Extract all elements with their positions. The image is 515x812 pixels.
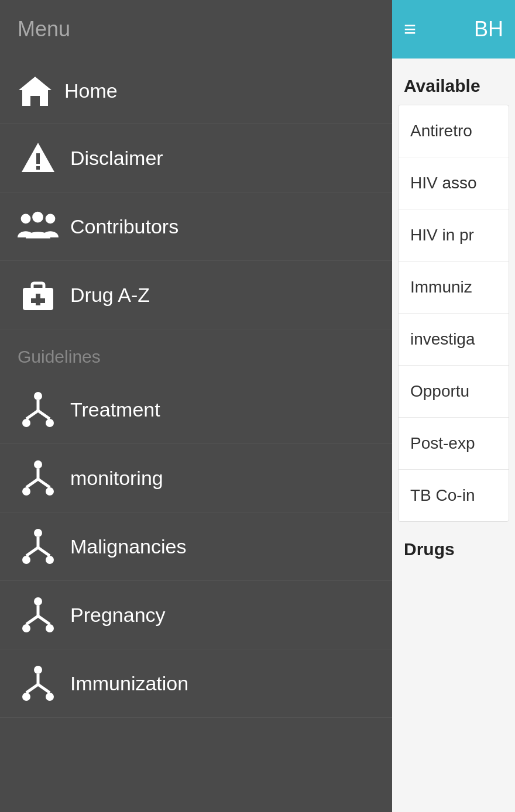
svg-point-20: [46, 487, 54, 496]
contributors-icon: [18, 209, 59, 244]
list-item[interactable]: HIV in pr: [399, 209, 509, 262]
svg-point-18: [34, 460, 42, 469]
fork-icon-monitoring: [18, 460, 59, 496]
svg-point-6: [32, 212, 43, 223]
svg-line-22: [26, 479, 38, 487]
svg-point-12: [34, 392, 42, 400]
svg-point-32: [46, 624, 54, 632]
svg-point-7: [46, 214, 56, 224]
svg-point-24: [34, 529, 42, 537]
app-title: BH: [474, 17, 503, 42]
svg-point-14: [46, 419, 54, 427]
fork-icon-treatment: [18, 392, 59, 427]
svg-line-17: [38, 411, 50, 419]
list-item[interactable]: TB Co-in: [399, 470, 509, 521]
svg-point-26: [46, 556, 54, 564]
sidebar: Home Disclaimer: [0, 59, 392, 812]
hamburger-icon[interactable]: ≡: [404, 19, 416, 40]
available-title: Available: [392, 70, 515, 105]
sidebar-label-malignancies: Malignancies: [70, 535, 186, 558]
drugs-title: Drugs: [392, 534, 515, 568]
sidebar-item-disclaimer[interactable]: Disclaimer: [0, 124, 392, 192]
sidebar-item-pregnancy[interactable]: Pregnancy: [0, 581, 392, 649]
svg-line-23: [38, 479, 50, 487]
list-item[interactable]: Antiretro: [399, 105, 509, 157]
svg-line-34: [26, 616, 38, 624]
svg-rect-4: [36, 166, 40, 170]
sidebar-label-monitoring: monitoring: [70, 467, 163, 490]
list-item[interactable]: HIV asso: [399, 157, 509, 209]
list-item[interactable]: Opportu: [399, 366, 509, 418]
sidebar-item-immunization[interactable]: Immunization: [0, 649, 392, 718]
svg-point-13: [22, 419, 30, 427]
sidebar-label-home: Home: [64, 80, 118, 102]
sidebar-label-disclaimer: Disclaimer: [70, 147, 163, 170]
list-item[interactable]: investiga: [399, 314, 509, 366]
svg-point-19: [22, 487, 30, 496]
list-item[interactable]: Immuniz: [399, 262, 509, 314]
sidebar-label-pregnancy: Pregnancy: [70, 604, 166, 627]
fork-icon-pregnancy: [18, 597, 59, 632]
fork-icon-immunization: [18, 666, 59, 701]
svg-line-35: [38, 616, 50, 624]
list-item[interactable]: Post-exp: [399, 418, 509, 470]
svg-point-5: [21, 214, 31, 224]
menu-title: Menu: [18, 17, 70, 42]
sidebar-item-home[interactable]: Home: [0, 59, 392, 124]
svg-line-40: [26, 684, 38, 693]
svg-rect-11: [31, 298, 45, 303]
sidebar-item-treatment[interactable]: Treatment: [0, 376, 392, 444]
home-icon: [18, 75, 53, 107]
sidebar-label-contributors: Contributors: [70, 215, 178, 238]
svg-rect-3: [36, 153, 40, 164]
svg-point-25: [22, 556, 30, 564]
header-left: Menu: [0, 0, 392, 59]
guidelines-section-header: Guidelines: [0, 329, 392, 376]
svg-point-38: [46, 693, 54, 701]
sidebar-item-malignancies[interactable]: Malignancies: [0, 512, 392, 581]
svg-line-41: [38, 684, 50, 693]
sidebar-label-treatment: Treatment: [70, 398, 160, 421]
svg-point-30: [34, 597, 42, 605]
right-panel: Available Antiretro HIV asso HIV in pr I…: [392, 59, 515, 812]
sidebar-label-drug-az: Drug A-Z: [70, 284, 150, 307]
svg-point-31: [22, 624, 30, 632]
svg-line-29: [38, 548, 50, 556]
sidebar-label-immunization: Immunization: [70, 672, 188, 695]
svg-line-16: [26, 411, 38, 419]
drug-icon: [18, 277, 59, 312]
sidebar-item-drug-az[interactable]: Drug A-Z: [0, 261, 392, 329]
svg-rect-9: [32, 283, 44, 290]
svg-point-36: [34, 666, 42, 674]
svg-point-37: [22, 693, 30, 701]
header-right: ≡ BH: [392, 0, 515, 59]
warning-icon: [18, 140, 59, 176]
svg-line-28: [26, 548, 38, 556]
sidebar-item-contributors[interactable]: Contributors: [0, 192, 392, 261]
fork-icon-malignancies: [18, 529, 59, 564]
sidebar-item-monitoring[interactable]: monitoring: [0, 444, 392, 512]
available-list: Antiretro HIV asso HIV in pr Immuniz inv…: [398, 105, 509, 522]
svg-marker-0: [19, 77, 52, 106]
